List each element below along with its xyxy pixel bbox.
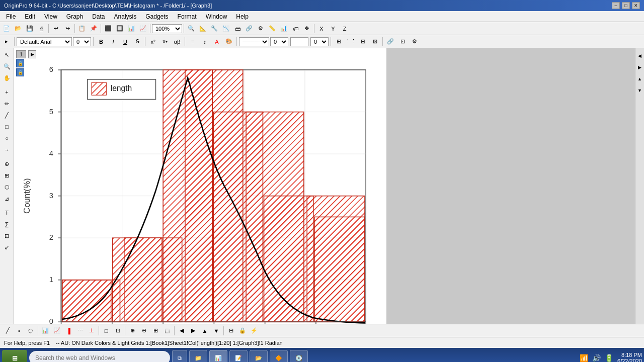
bt-btn1[interactable]: ╱ (2, 325, 13, 336)
line-style-select[interactable]: ────── (239, 37, 269, 46)
menu-edit[interactable]: Edit (21, 12, 39, 21)
menu-help[interactable]: Help (232, 12, 253, 21)
tb-y[interactable]: Y (328, 23, 339, 34)
file-explorer-btn[interactable]: 📁 (189, 350, 207, 362)
tb-btn9[interactable]: 🗃 (232, 23, 243, 34)
tb-btn12[interactable]: 📏 (267, 23, 278, 34)
bt-bar-chart[interactable]: 📊 (40, 325, 51, 336)
tb-btn7[interactable]: 🔧 (209, 23, 220, 34)
menu-view[interactable]: View (40, 12, 61, 21)
line-color-preview[interactable] (290, 37, 308, 46)
mask-tool[interactable]: ⬡ (2, 182, 13, 193)
bt-zoom-out[interactable]: ⊖ (138, 325, 149, 336)
align2-btn[interactable]: ⊟ (357, 36, 368, 47)
bt-scatter[interactable]: ⋯ (74, 325, 86, 336)
menu-analysis[interactable]: Analysis (110, 12, 141, 21)
tb-btn1[interactable]: ⬛ (103, 23, 114, 34)
font-select[interactable]: Default: Arial (17, 37, 72, 46)
pan-tool[interactable]: ✋ (2, 72, 13, 83)
tb-x[interactable]: X (316, 23, 327, 34)
chart-container[interactable]: 0 1 2 3 4 5 6 10 15 20 (19, 63, 376, 324)
draw-tool[interactable]: ✏ (2, 98, 13, 109)
folder-btn[interactable]: 📂 (250, 350, 268, 362)
page-tab-arrow[interactable]: ▶ (28, 50, 36, 58)
line-tool[interactable]: ╱ (2, 110, 13, 121)
copy-btn[interactable]: 📋 (76, 23, 88, 34)
bt-up[interactable]: ▲ (199, 325, 210, 336)
prop-btn[interactable]: ⚙ (409, 36, 420, 47)
re-btn4[interactable]: ▼ (634, 85, 645, 96)
re-btn2[interactable]: ▶ (634, 62, 645, 73)
maximize-button[interactable]: □ (622, 2, 630, 9)
bt-fit[interactable]: ⊞ (150, 325, 161, 336)
obj2-tool[interactable]: ⊡ (2, 230, 13, 241)
bt-zoom-in[interactable]: ⊕ (127, 325, 138, 336)
originpro-btn[interactable]: 📊 (209, 350, 227, 362)
redo-btn[interactable]: ↪ (62, 23, 73, 34)
arrow-tool[interactable]: → (2, 144, 13, 155)
tb-btn14[interactable]: 🏷 (290, 23, 301, 34)
text-tool[interactable]: T (2, 207, 13, 218)
dist-btn[interactable]: ⊠ (369, 36, 380, 47)
start-button[interactable]: ⊞ (2, 350, 27, 362)
tb-btn8[interactable]: 📉 (220, 23, 231, 34)
data-tool[interactable]: ⊕ (2, 158, 13, 169)
bt-err[interactable]: ⊥ (86, 325, 97, 336)
menu-format[interactable]: Format (174, 12, 201, 21)
minimize-button[interactable]: – (612, 2, 620, 9)
bt-line-chart[interactable]: 📈 (51, 325, 62, 336)
print-btn[interactable]: 🖨 (36, 23, 47, 34)
rotate-btn[interactable]: ↕ (199, 36, 210, 47)
grid-btn[interactable]: ⋮⋮ (345, 36, 356, 47)
bt-lock[interactable]: 🔒 (237, 325, 248, 336)
undo-btn[interactable]: ↩ (50, 23, 61, 34)
subscript-btn[interactable]: x₂ (159, 36, 171, 47)
color-btn[interactable]: A (211, 36, 222, 47)
tb-btn6[interactable]: 📐 (197, 23, 208, 34)
graph-area[interactable]: 1 ▶ 🔒 🔒 (14, 48, 386, 324)
menu-data[interactable]: Data (88, 12, 109, 21)
add-text-tool[interactable]: + (2, 86, 13, 98)
tb-btn10[interactable]: 🔗 (244, 23, 255, 34)
save-btn[interactable]: 💾 (24, 23, 35, 34)
tb-z[interactable]: Z (339, 23, 350, 34)
underline-btn[interactable]: U (120, 36, 131, 47)
border-btn[interactable]: ⊞ (333, 36, 344, 47)
task-view-btn[interactable]: ⧉ (172, 350, 187, 362)
pick-tool[interactable]: ⊿ (2, 193, 13, 204)
line-end-select[interactable]: 0 (310, 37, 329, 46)
bt-down[interactable]: ▼ (211, 325, 222, 336)
tb-btn11[interactable]: ⚙ (255, 23, 266, 34)
zoom-tool[interactable]: 🔍 (2, 61, 13, 72)
menu-window[interactable]: Window (202, 12, 231, 21)
paste-btn[interactable]: 📌 (88, 23, 99, 34)
superscript-btn[interactable]: x² (147, 36, 158, 47)
tb-btn2[interactable]: 🔲 (114, 23, 125, 34)
close-button[interactable]: ✕ (632, 2, 640, 9)
bt-btn2[interactable]: • (14, 325, 25, 336)
bt-layer[interactable]: ⊟ (225, 325, 236, 336)
clock[interactable]: 8:18 PM 6/22/2020 (617, 352, 642, 362)
re-btn1[interactable]: ◀ (634, 50, 645, 61)
bt-select[interactable]: ⬚ (162, 325, 173, 336)
taskbar-search[interactable] (29, 351, 170, 362)
italic-btn[interactable]: I (108, 36, 119, 47)
bt-box[interactable]: □ (101, 325, 112, 336)
strikethrough-btn[interactable]: S̶ (132, 36, 143, 47)
tb-btn15[interactable]: ❖ (301, 23, 312, 34)
align-left-btn[interactable]: ≡ (187, 36, 198, 47)
page-1[interactable]: 1 (16, 50, 26, 58)
new-btn[interactable]: 📄 (1, 23, 12, 34)
tb-btn4[interactable]: 📈 (137, 23, 148, 34)
re-btn3[interactable]: ▲ (634, 73, 645, 84)
bt-btn3[interactable]: ◌ (25, 325, 36, 336)
bt-prev[interactable]: ◀ (176, 325, 187, 336)
tb-btn5[interactable]: 🔍 (186, 23, 197, 34)
open-btn[interactable]: 📂 (13, 23, 24, 34)
bt-speed[interactable]: ⚡ (249, 325, 260, 336)
bt-next[interactable]: ▶ (188, 325, 199, 336)
greek-btn[interactable]: αβ (172, 36, 183, 47)
disk-btn[interactable]: 💽 (290, 350, 308, 362)
region-tool[interactable]: ⊞ (2, 170, 13, 181)
bt-region[interactable]: ⊡ (112, 325, 123, 336)
